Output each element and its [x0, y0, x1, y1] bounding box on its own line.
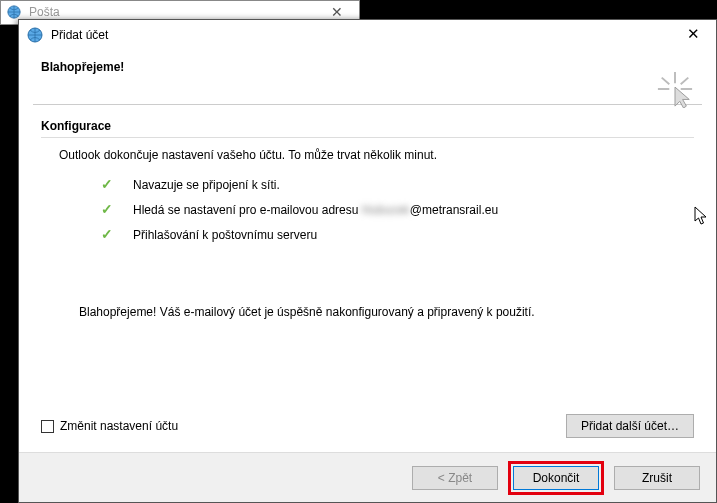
congrats-text: Blahopřejeme! Váš e-mailový účet je úspě… — [41, 305, 694, 319]
dialog-body: Konfigurace Outlook dokončuje nastavení … — [19, 105, 716, 319]
status-row: ✓ Přihlašování k poštovnímu serveru — [101, 224, 694, 245]
check-icon: ✓ — [101, 199, 115, 220]
change-settings-option[interactable]: Změnit nastavení účtu — [41, 419, 178, 433]
dialog-footer: < Zpět Dokončit Zrušit — [19, 452, 716, 502]
cancel-button[interactable]: Zrušit — [614, 466, 700, 490]
status-text: Navazuje se připojení k síti. — [133, 176, 280, 194]
finish-button[interactable]: Dokončit — [513, 466, 599, 490]
close-button[interactable]: ✕ — [671, 20, 716, 50]
lower-panel: Změnit nastavení účtu Přidat další účet… — [19, 414, 716, 452]
section-divider — [41, 137, 694, 138]
highlight-annotation: Dokončit — [508, 461, 604, 495]
check-icon: ✓ — [101, 224, 115, 245]
status-intro: Outlook dokončuje nastavení vašeho účtu.… — [41, 148, 694, 162]
checkbox-icon[interactable] — [41, 420, 54, 433]
dialog-header: Blahopřejeme! — [19, 50, 716, 104]
sparkle-cursor-icon — [656, 70, 694, 108]
add-account-dialog: Přidat účet ✕ Blahopřejeme! Konfigurace … — [18, 19, 717, 503]
globe-icon — [27, 27, 43, 43]
header-title: Blahopřejeme! — [41, 60, 694, 74]
globe-icon — [7, 5, 21, 19]
back-button: < Zpět — [412, 466, 498, 490]
svg-line-3 — [662, 78, 670, 85]
svg-line-4 — [681, 78, 689, 85]
titlebar: Přidat účet ✕ — [19, 20, 716, 50]
status-row: ✓ Navazuje se připojení k síti. — [101, 174, 694, 195]
status-text: Hledá se nastavení pro e-mailovou adresu… — [133, 201, 498, 219]
check-icon: ✓ — [101, 174, 115, 195]
redacted-text: hlubucek — [362, 203, 410, 217]
section-title: Konfigurace — [41, 119, 694, 133]
status-list: ✓ Navazuje se připojení k síti. ✓ Hledá … — [41, 174, 694, 245]
status-text: Přihlašování k poštovnímu serveru — [133, 226, 317, 244]
dialog-title: Přidat účet — [51, 28, 108, 42]
add-another-account-button[interactable]: Přidat další účet… — [566, 414, 694, 438]
change-settings-label: Změnit nastavení účtu — [60, 419, 178, 433]
status-row: ✓ Hledá se nastavení pro e-mailovou adre… — [101, 199, 694, 220]
bg-window-title: Pošta — [29, 5, 60, 19]
